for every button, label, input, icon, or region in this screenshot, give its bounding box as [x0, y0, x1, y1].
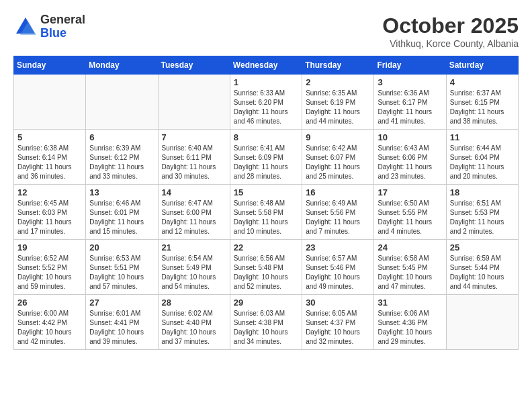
day-info: Sunrise: 6:57 AM Sunset: 5:46 PM Dayligh… — [306, 254, 370, 291]
title-section: October 2025 Vithkuq, Korce County, Alba… — [382, 13, 519, 49]
calendar-table: SundayMondayTuesdayWednesdayThursdayFrid… — [13, 56, 519, 350]
calendar-cell: 23Sunrise: 6:57 AM Sunset: 5:46 PM Dayli… — [302, 240, 374, 295]
calendar-cell: 5Sunrise: 6:38 AM Sunset: 6:14 PM Daylig… — [14, 130, 86, 185]
day-number: 14 — [162, 187, 226, 197]
day-info: Sunrise: 6:40 AM Sunset: 6:11 PM Dayligh… — [162, 144, 226, 181]
day-number: 16 — [306, 187, 370, 197]
location-subtitle: Vithkuq, Korce County, Albania — [382, 38, 519, 49]
day-info: Sunrise: 6:35 AM Sunset: 6:19 PM Dayligh… — [306, 89, 370, 126]
logo: General Blue — [13, 13, 85, 40]
calendar-cell — [446, 295, 518, 350]
calendar-week-row: 12Sunrise: 6:45 AM Sunset: 6:03 PM Dayli… — [14, 185, 519, 240]
day-number: 1 — [234, 77, 298, 87]
calendar-week-row: 19Sunrise: 6:52 AM Sunset: 5:52 PM Dayli… — [14, 240, 519, 295]
logo-blue: Blue — [40, 27, 85, 40]
calendar-week-row: 5Sunrise: 6:38 AM Sunset: 6:14 PM Daylig… — [14, 130, 519, 185]
day-number: 17 — [378, 187, 442, 197]
calendar-cell: 24Sunrise: 6:58 AM Sunset: 5:45 PM Dayli… — [374, 240, 446, 295]
day-number: 25 — [450, 242, 515, 253]
day-number: 9 — [306, 132, 370, 142]
calendar-cell: 22Sunrise: 6:56 AM Sunset: 5:48 PM Dayli… — [230, 240, 302, 295]
day-number: 2 — [306, 77, 370, 87]
day-number: 8 — [234, 132, 298, 142]
calendar-week-row: 1Sunrise: 6:33 AM Sunset: 6:20 PM Daylig… — [14, 75, 519, 130]
day-number: 28 — [162, 298, 226, 308]
day-number: 11 — [450, 132, 515, 142]
day-number: 20 — [89, 242, 154, 253]
calendar-cell: 26Sunrise: 6:00 AM Sunset: 4:42 PM Dayli… — [14, 295, 86, 350]
day-number: 31 — [378, 298, 442, 308]
day-info: Sunrise: 6:01 AM Sunset: 4:41 PM Dayligh… — [89, 309, 154, 347]
day-info: Sunrise: 6:36 AM Sunset: 6:17 PM Dayligh… — [378, 89, 442, 126]
calendar-cell: 19Sunrise: 6:52 AM Sunset: 5:52 PM Dayli… — [14, 240, 86, 295]
calendar-cell: 14Sunrise: 6:47 AM Sunset: 6:00 PM Dayli… — [158, 185, 230, 240]
day-info: Sunrise: 6:50 AM Sunset: 5:55 PM Dayligh… — [378, 199, 442, 236]
calendar-header-friday: Friday — [374, 56, 446, 75]
day-info: Sunrise: 6:41 AM Sunset: 6:09 PM Dayligh… — [234, 144, 298, 181]
day-info: Sunrise: 6:56 AM Sunset: 5:48 PM Dayligh… — [234, 254, 298, 291]
day-info: Sunrise: 6:00 AM Sunset: 4:42 PM Dayligh… — [17, 309, 82, 347]
calendar-header-sunday: Sunday — [14, 56, 86, 75]
calendar-week-row: 26Sunrise: 6:00 AM Sunset: 4:42 PM Dayli… — [14, 295, 519, 350]
day-number: 18 — [450, 187, 515, 197]
day-info: Sunrise: 6:53 AM Sunset: 5:51 PM Dayligh… — [89, 254, 154, 291]
calendar-cell: 25Sunrise: 6:59 AM Sunset: 5:44 PM Dayli… — [446, 240, 518, 295]
day-info: Sunrise: 6:58 AM Sunset: 5:45 PM Dayligh… — [378, 254, 442, 291]
calendar-cell — [86, 75, 158, 130]
day-info: Sunrise: 6:02 AM Sunset: 4:40 PM Dayligh… — [162, 309, 226, 347]
day-info: Sunrise: 6:49 AM Sunset: 5:56 PM Dayligh… — [306, 199, 370, 236]
calendar-cell: 13Sunrise: 6:46 AM Sunset: 6:01 PM Dayli… — [86, 185, 158, 240]
calendar-header-thursday: Thursday — [302, 56, 374, 75]
day-number: 29 — [234, 298, 298, 308]
day-info: Sunrise: 6:43 AM Sunset: 6:06 PM Dayligh… — [378, 144, 442, 181]
calendar-cell: 3Sunrise: 6:36 AM Sunset: 6:17 PM Daylig… — [374, 75, 446, 130]
calendar-cell — [158, 75, 230, 130]
calendar-cell: 4Sunrise: 6:37 AM Sunset: 6:15 PM Daylig… — [446, 75, 518, 130]
day-number: 23 — [306, 242, 370, 253]
calendar-cell: 10Sunrise: 6:43 AM Sunset: 6:06 PM Dayli… — [374, 130, 446, 185]
calendar-cell: 20Sunrise: 6:53 AM Sunset: 5:51 PM Dayli… — [86, 240, 158, 295]
day-number: 26 — [17, 298, 82, 308]
logo-icon — [13, 15, 38, 39]
day-number: 7 — [162, 132, 226, 142]
calendar-cell: 31Sunrise: 6:06 AM Sunset: 4:36 PM Dayli… — [374, 295, 446, 350]
calendar-cell: 16Sunrise: 6:49 AM Sunset: 5:56 PM Dayli… — [302, 185, 374, 240]
day-number: 19 — [17, 242, 82, 253]
day-info: Sunrise: 6:47 AM Sunset: 6:00 PM Dayligh… — [162, 199, 226, 236]
day-number: 10 — [378, 132, 442, 142]
calendar-cell: 21Sunrise: 6:54 AM Sunset: 5:49 PM Dayli… — [158, 240, 230, 295]
day-number: 24 — [378, 242, 442, 253]
day-info: Sunrise: 6:52 AM Sunset: 5:52 PM Dayligh… — [17, 254, 82, 291]
calendar-cell: 28Sunrise: 6:02 AM Sunset: 4:40 PM Dayli… — [158, 295, 230, 350]
calendar-cell: 15Sunrise: 6:48 AM Sunset: 5:58 PM Dayli… — [230, 185, 302, 240]
calendar-header-row: SundayMondayTuesdayWednesdayThursdayFrid… — [14, 56, 519, 75]
calendar-cell: 1Sunrise: 6:33 AM Sunset: 6:20 PM Daylig… — [230, 75, 302, 130]
day-info: Sunrise: 6:05 AM Sunset: 4:37 PM Dayligh… — [306, 309, 370, 347]
month-title: October 2025 — [382, 13, 519, 38]
calendar-cell: 11Sunrise: 6:44 AM Sunset: 6:04 PM Dayli… — [446, 130, 518, 185]
logo-text: General Blue — [40, 13, 85, 40]
calendar-header-saturday: Saturday — [446, 56, 518, 75]
calendar-cell — [14, 75, 86, 130]
day-number: 12 — [17, 187, 82, 197]
calendar-cell: 8Sunrise: 6:41 AM Sunset: 6:09 PM Daylig… — [230, 130, 302, 185]
day-info: Sunrise: 6:03 AM Sunset: 4:38 PM Dayligh… — [234, 309, 298, 347]
calendar-header-monday: Monday — [86, 56, 158, 75]
calendar-cell: 9Sunrise: 6:42 AM Sunset: 6:07 PM Daylig… — [302, 130, 374, 185]
page-header: General Blue October 2025 Vithkuq, Korce… — [13, 13, 519, 49]
day-number: 22 — [234, 242, 298, 253]
day-info: Sunrise: 6:45 AM Sunset: 6:03 PM Dayligh… — [17, 199, 82, 236]
calendar-cell: 27Sunrise: 6:01 AM Sunset: 4:41 PM Dayli… — [86, 295, 158, 350]
day-info: Sunrise: 6:54 AM Sunset: 5:49 PM Dayligh… — [162, 254, 226, 291]
day-number: 27 — [89, 298, 154, 308]
day-info: Sunrise: 6:39 AM Sunset: 6:12 PM Dayligh… — [89, 144, 154, 181]
calendar-cell: 30Sunrise: 6:05 AM Sunset: 4:37 PM Dayli… — [302, 295, 374, 350]
day-info: Sunrise: 6:44 AM Sunset: 6:04 PM Dayligh… — [450, 144, 515, 181]
calendar-cell: 17Sunrise: 6:50 AM Sunset: 5:55 PM Dayli… — [374, 185, 446, 240]
day-number: 5 — [17, 132, 82, 142]
day-info: Sunrise: 6:06 AM Sunset: 4:36 PM Dayligh… — [378, 309, 442, 347]
calendar-cell: 6Sunrise: 6:39 AM Sunset: 6:12 PM Daylig… — [86, 130, 158, 185]
calendar-cell: 12Sunrise: 6:45 AM Sunset: 6:03 PM Dayli… — [14, 185, 86, 240]
day-info: Sunrise: 6:38 AM Sunset: 6:14 PM Dayligh… — [17, 144, 82, 181]
day-info: Sunrise: 6:48 AM Sunset: 5:58 PM Dayligh… — [234, 199, 298, 236]
